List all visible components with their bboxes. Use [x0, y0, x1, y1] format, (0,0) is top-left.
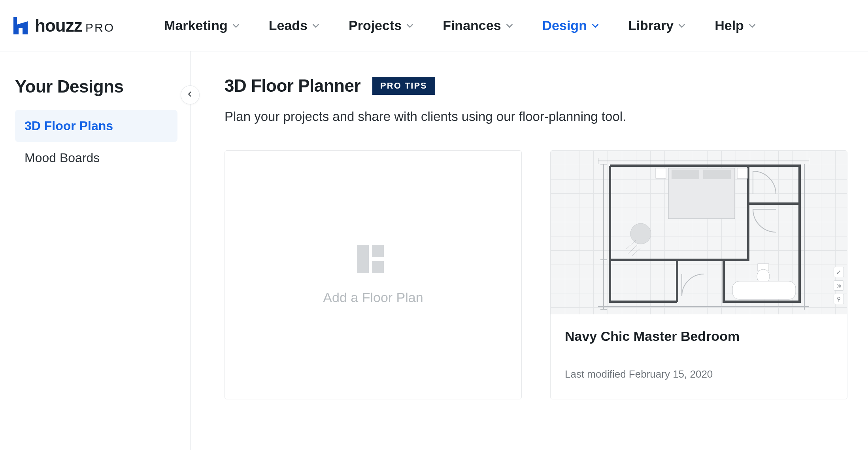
svg-point-16 [630, 223, 651, 244]
sidebar: Your Designs 3D Floor Plans Mood Boards [0, 51, 191, 450]
primary-nav: Marketing Leads Projects Finances Design [164, 18, 757, 33]
collapse-sidebar-button[interactable] [181, 85, 200, 104]
page-title: 3D Floor Planner [225, 76, 360, 96]
chevron-left-icon [187, 91, 194, 99]
svg-rect-12 [672, 170, 699, 179]
sidebar-item-label: 3D Floor Plans [25, 119, 113, 133]
sidebar-list: 3D Floor Plans Mood Boards [15, 110, 177, 174]
svg-rect-25 [732, 281, 796, 299]
nav-item-label: Finances [443, 18, 501, 33]
nav-marketing[interactable]: Marketing [164, 18, 240, 33]
nav-item-label: Marketing [164, 18, 228, 33]
sidebar-item-mood-boards[interactable]: Mood Boards [15, 142, 177, 174]
add-floor-plan-label: Add a Floor Plan [323, 290, 423, 305]
main-content: 3D Floor Planner PRO TIPS Plan your proj… [191, 51, 868, 450]
page-subtitle: Plan your projects and share with client… [225, 109, 847, 124]
nav-design[interactable]: Design [542, 18, 600, 33]
brand-wordmark: houzz [35, 16, 82, 35]
svg-line-17 [626, 240, 636, 250]
nav-leads[interactable]: Leads [269, 18, 320, 33]
chevron-down-icon [311, 21, 320, 30]
nav-item-label: Design [542, 18, 587, 33]
pro-tips-label: PRO TIPS [380, 81, 427, 91]
chevron-down-icon [748, 21, 757, 30]
page-body: Your Designs 3D Floor Plans Mood Boards … [0, 51, 868, 450]
zoom-icon: ⚲ [834, 294, 844, 304]
nav-projects[interactable]: Projects [349, 18, 414, 33]
nav-item-label: Projects [349, 18, 402, 33]
sidebar-item-label: Mood Boards [25, 151, 100, 165]
pro-tips-badge[interactable]: PRO TIPS [372, 77, 435, 95]
houzz-h-icon [13, 17, 28, 34]
divider [565, 356, 833, 356]
svg-rect-15 [737, 168, 747, 178]
plan-card-grid: Add a Floor Plan [225, 150, 847, 399]
sidebar-title: Your Designs [15, 77, 177, 96]
floor-plan-preview-icon [598, 156, 809, 310]
plan-thumbnail: ⤢ ◎ ⚲ [551, 151, 847, 314]
svg-rect-13 [703, 170, 731, 179]
nav-item-label: Library [628, 18, 674, 33]
chevron-down-icon [505, 21, 514, 30]
nav-help[interactable]: Help [715, 18, 757, 33]
chevron-down-icon [677, 21, 686, 30]
floor-plan-blocks-icon [357, 245, 389, 273]
nav-item-label: Leads [269, 18, 308, 33]
plan-title: Navy Chic Master Bedroom [565, 329, 833, 344]
chevron-down-icon [232, 21, 240, 30]
plan-last-modified: Last modified February 15, 2020 [565, 368, 833, 380]
brand-pro-suffix: PRO [85, 21, 115, 34]
add-floor-plan-card[interactable]: Add a Floor Plan [225, 150, 522, 399]
chevron-down-icon [591, 21, 600, 30]
locate-icon: ◎ [834, 280, 844, 291]
svg-rect-14 [656, 168, 666, 178]
sidebar-item-3d-floor-plans[interactable]: 3D Floor Plans [15, 110, 177, 142]
nav-library[interactable]: Library [628, 18, 686, 33]
top-nav: houzz PRO Marketing Leads Projects Finan… [0, 0, 868, 51]
plan-card[interactable]: ⤢ ◎ ⚲ Navy Chic Master Bedroom Last modi… [550, 150, 847, 399]
thumbnail-view-tools: ⤢ ◎ ⚲ [834, 267, 844, 304]
chevron-down-icon [406, 21, 414, 30]
title-row: 3D Floor Planner PRO TIPS [225, 76, 847, 96]
svg-line-18 [627, 245, 638, 254]
expand-icon: ⤢ [834, 267, 844, 277]
nav-finances[interactable]: Finances [443, 18, 513, 33]
brand-logo[interactable]: houzz PRO [13, 8, 137, 43]
svg-line-19 [632, 248, 641, 256]
plan-card-meta: Navy Chic Master Bedroom Last modified F… [551, 314, 847, 393]
nav-item-label: Help [715, 18, 744, 33]
